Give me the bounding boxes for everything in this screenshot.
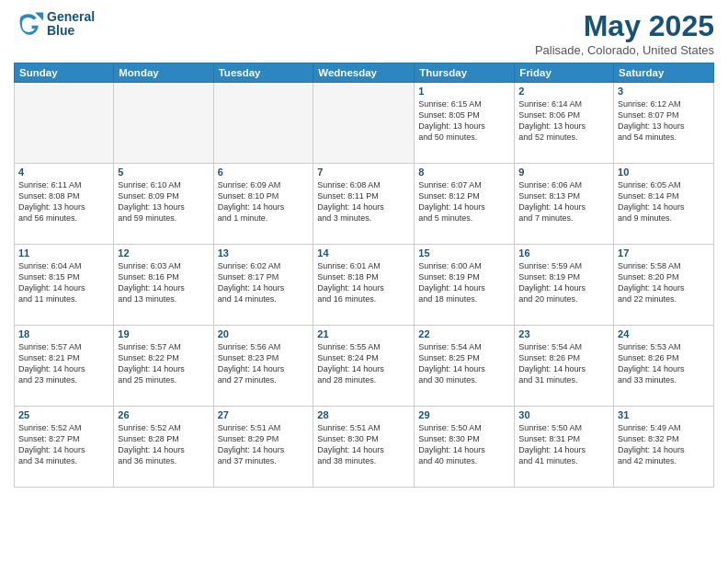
title-block: May 2025 Palisade, Colorado, United Stat… bbox=[535, 9, 714, 57]
weekday-header-wednesday: Wednesday bbox=[313, 63, 415, 83]
day-info: Sunrise: 6:06 AM Sunset: 8:13 PM Dayligh… bbox=[518, 179, 609, 224]
day-number: 16 bbox=[518, 247, 609, 259]
day-cell bbox=[213, 83, 313, 164]
day-cell: 23Sunrise: 5:54 AM Sunset: 8:26 PM Dayli… bbox=[515, 326, 614, 407]
day-info: Sunrise: 5:52 AM Sunset: 8:27 PM Dayligh… bbox=[18, 422, 109, 467]
weekday-header-thursday: Thursday bbox=[415, 63, 515, 83]
day-info: Sunrise: 5:56 AM Sunset: 8:23 PM Dayligh… bbox=[218, 341, 310, 386]
day-info: Sunrise: 5:52 AM Sunset: 8:28 PM Dayligh… bbox=[118, 422, 209, 467]
day-cell: 1Sunrise: 6:15 AM Sunset: 8:05 PM Daylig… bbox=[415, 83, 515, 164]
day-cell: 9Sunrise: 6:06 AM Sunset: 8:13 PM Daylig… bbox=[515, 164, 614, 245]
day-info: Sunrise: 6:03 AM Sunset: 8:16 PM Dayligh… bbox=[118, 260, 209, 305]
day-cell: 10Sunrise: 6:05 AM Sunset: 8:14 PM Dayli… bbox=[614, 164, 714, 245]
day-number: 10 bbox=[618, 167, 710, 178]
day-info: Sunrise: 5:50 AM Sunset: 8:30 PM Dayligh… bbox=[418, 422, 510, 467]
day-number: 23 bbox=[518, 328, 609, 339]
day-info: Sunrise: 6:15 AM Sunset: 8:05 PM Dayligh… bbox=[418, 98, 510, 144]
month-title: May 2025 bbox=[535, 9, 714, 43]
header: General Blue May 2025 Palisade, Colorado… bbox=[14, 9, 714, 57]
day-cell: 18Sunrise: 5:57 AM Sunset: 8:21 PM Dayli… bbox=[15, 326, 114, 407]
day-info: Sunrise: 5:51 AM Sunset: 8:30 PM Dayligh… bbox=[317, 422, 410, 467]
day-number: 14 bbox=[317, 247, 410, 259]
day-cell: 14Sunrise: 6:01 AM Sunset: 8:18 PM Dayli… bbox=[313, 245, 415, 326]
day-cell: 25Sunrise: 5:52 AM Sunset: 8:27 PM Dayli… bbox=[15, 407, 114, 488]
day-number: 31 bbox=[618, 409, 710, 420]
weekday-header-saturday: Saturday bbox=[614, 63, 714, 83]
calendar-body: 1Sunrise: 6:15 AM Sunset: 8:05 PM Daylig… bbox=[15, 83, 714, 488]
day-info: Sunrise: 5:50 AM Sunset: 8:31 PM Dayligh… bbox=[518, 422, 609, 467]
weekday-header-sunday: Sunday bbox=[15, 63, 114, 83]
location: Palisade, Colorado, United States bbox=[535, 43, 714, 57]
day-cell: 16Sunrise: 5:59 AM Sunset: 8:19 PM Dayli… bbox=[515, 245, 614, 326]
day-info: Sunrise: 6:14 AM Sunset: 8:06 PM Dayligh… bbox=[518, 98, 609, 144]
day-info: Sunrise: 6:05 AM Sunset: 8:14 PM Dayligh… bbox=[618, 179, 710, 224]
day-cell: 12Sunrise: 6:03 AM Sunset: 8:16 PM Dayli… bbox=[114, 245, 213, 326]
day-number: 26 bbox=[118, 409, 209, 420]
day-number: 15 bbox=[418, 247, 510, 259]
day-cell: 19Sunrise: 5:57 AM Sunset: 8:22 PM Dayli… bbox=[114, 326, 213, 407]
weekday-header-tuesday: Tuesday bbox=[213, 63, 313, 83]
week-row-5: 25Sunrise: 5:52 AM Sunset: 8:27 PM Dayli… bbox=[15, 407, 714, 488]
day-number: 7 bbox=[317, 167, 410, 178]
day-cell: 28Sunrise: 5:51 AM Sunset: 8:30 PM Dayli… bbox=[313, 407, 415, 488]
weekday-header-friday: Friday bbox=[515, 63, 614, 83]
day-cell: 27Sunrise: 5:51 AM Sunset: 8:29 PM Dayli… bbox=[213, 407, 313, 488]
day-number: 6 bbox=[218, 167, 310, 178]
logo-icon bbox=[14, 9, 43, 39]
day-info: Sunrise: 5:49 AM Sunset: 8:32 PM Dayligh… bbox=[618, 422, 710, 467]
day-cell: 6Sunrise: 6:09 AM Sunset: 8:10 PM Daylig… bbox=[213, 164, 313, 245]
day-info: Sunrise: 6:07 AM Sunset: 8:12 PM Dayligh… bbox=[418, 179, 510, 224]
day-cell: 5Sunrise: 6:10 AM Sunset: 8:09 PM Daylig… bbox=[114, 164, 213, 245]
day-cell bbox=[313, 83, 415, 164]
day-cell: 17Sunrise: 5:58 AM Sunset: 8:20 PM Dayli… bbox=[614, 245, 714, 326]
day-number: 30 bbox=[518, 409, 609, 420]
day-cell: 4Sunrise: 6:11 AM Sunset: 8:08 PM Daylig… bbox=[15, 164, 114, 245]
day-cell: 15Sunrise: 6:00 AM Sunset: 8:19 PM Dayli… bbox=[415, 245, 515, 326]
day-info: Sunrise: 6:12 AM Sunset: 8:07 PM Dayligh… bbox=[618, 98, 710, 144]
day-number: 8 bbox=[418, 167, 510, 178]
day-info: Sunrise: 5:54 AM Sunset: 8:26 PM Dayligh… bbox=[518, 341, 609, 386]
day-cell: 26Sunrise: 5:52 AM Sunset: 8:28 PM Dayli… bbox=[114, 407, 213, 488]
day-info: Sunrise: 5:57 AM Sunset: 8:22 PM Dayligh… bbox=[118, 341, 209, 386]
day-info: Sunrise: 6:00 AM Sunset: 8:19 PM Dayligh… bbox=[418, 260, 510, 305]
day-number: 21 bbox=[317, 328, 410, 339]
day-info: Sunrise: 5:53 AM Sunset: 8:26 PM Dayligh… bbox=[618, 341, 710, 386]
day-cell: 8Sunrise: 6:07 AM Sunset: 8:12 PM Daylig… bbox=[415, 164, 515, 245]
day-info: Sunrise: 6:01 AM Sunset: 8:18 PM Dayligh… bbox=[317, 260, 410, 305]
day-info: Sunrise: 5:54 AM Sunset: 8:25 PM Dayligh… bbox=[418, 341, 510, 386]
day-number: 28 bbox=[317, 409, 410, 420]
weekday-row: SundayMondayTuesdayWednesdayThursdayFrid… bbox=[15, 63, 714, 83]
day-number: 19 bbox=[118, 328, 209, 339]
day-info: Sunrise: 5:58 AM Sunset: 8:20 PM Dayligh… bbox=[618, 260, 710, 305]
week-row-1: 1Sunrise: 6:15 AM Sunset: 8:05 PM Daylig… bbox=[15, 83, 714, 164]
day-number: 3 bbox=[618, 86, 710, 97]
day-cell: 13Sunrise: 6:02 AM Sunset: 8:17 PM Dayli… bbox=[213, 245, 313, 326]
day-cell: 30Sunrise: 5:50 AM Sunset: 8:31 PM Dayli… bbox=[515, 407, 614, 488]
day-info: Sunrise: 6:10 AM Sunset: 8:09 PM Dayligh… bbox=[118, 179, 209, 224]
day-cell: 3Sunrise: 6:12 AM Sunset: 8:07 PM Daylig… bbox=[614, 83, 714, 164]
day-number: 24 bbox=[618, 328, 710, 339]
week-row-2: 4Sunrise: 6:11 AM Sunset: 8:08 PM Daylig… bbox=[15, 164, 714, 245]
day-number: 12 bbox=[118, 247, 209, 259]
day-cell: 31Sunrise: 5:49 AM Sunset: 8:32 PM Dayli… bbox=[614, 407, 714, 488]
day-info: Sunrise: 6:11 AM Sunset: 8:08 PM Dayligh… bbox=[18, 179, 109, 224]
day-cell: 21Sunrise: 5:55 AM Sunset: 8:24 PM Dayli… bbox=[313, 326, 415, 407]
logo-text: General Blue bbox=[47, 10, 95, 39]
day-info: Sunrise: 6:04 AM Sunset: 8:15 PM Dayligh… bbox=[18, 260, 109, 305]
day-info: Sunrise: 6:08 AM Sunset: 8:11 PM Dayligh… bbox=[317, 179, 410, 224]
day-number: 20 bbox=[218, 328, 310, 339]
day-number: 29 bbox=[418, 409, 510, 420]
day-number: 5 bbox=[118, 167, 209, 178]
day-info: Sunrise: 6:09 AM Sunset: 8:10 PM Dayligh… bbox=[218, 179, 310, 224]
day-number: 22 bbox=[418, 328, 510, 339]
calendar-header: SundayMondayTuesdayWednesdayThursdayFrid… bbox=[15, 63, 714, 83]
page: General Blue May 2025 Palisade, Colorado… bbox=[0, 0, 728, 563]
day-cell bbox=[114, 83, 213, 164]
day-cell: 29Sunrise: 5:50 AM Sunset: 8:30 PM Dayli… bbox=[415, 407, 515, 488]
day-number: 25 bbox=[18, 409, 109, 420]
weekday-header-monday: Monday bbox=[114, 63, 213, 83]
logo-line1: General bbox=[47, 10, 95, 24]
day-cell: 7Sunrise: 6:08 AM Sunset: 8:11 PM Daylig… bbox=[313, 164, 415, 245]
week-row-3: 11Sunrise: 6:04 AM Sunset: 8:15 PM Dayli… bbox=[15, 245, 714, 326]
day-cell: 2Sunrise: 6:14 AM Sunset: 8:06 PM Daylig… bbox=[515, 83, 614, 164]
